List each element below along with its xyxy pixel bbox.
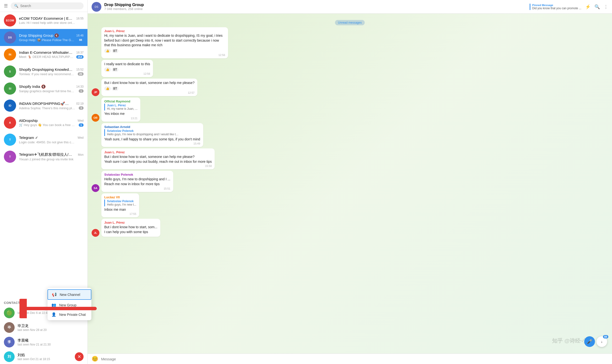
chat-time: 16:55 <box>76 17 83 20</box>
context-menu-label: New Channel <box>60 293 80 297</box>
contact-name: 毕卫龙 <box>17 324 83 328</box>
search-chat-icon[interactable]: 🔍 <box>595 4 600 10</box>
message-time: 13:21 <box>104 117 138 120</box>
chat-item-ecom[interactable]: ECOM eCOM TODAY Ecommerce | ENG C... 16:… <box>0 12 87 29</box>
message-sender: Juan L. Pérez <box>104 150 212 154</box>
more-options-icon[interactable]: ⋮ <box>604 4 608 10</box>
chat-item-indian[interactable]: IN Indian E-Commerce Wholsaler B2... 16:… <box>0 46 87 63</box>
reaction: BT <box>112 67 118 72</box>
chat-time: Mon <box>78 153 83 156</box>
scroll-down-icon: ↓ <box>601 340 603 344</box>
context-menu-item-new-private-chat[interactable]: 👤 New Private Chat <box>47 310 91 319</box>
chat-item-alidropship[interactable]: A AliDropship Wed 🛒 Hey guys 👋 You can b… <box>0 114 87 131</box>
message-sender: Sviatoslav Polenok <box>104 173 170 176</box>
context-menu-item-new-channel[interactable]: 📢 New Channel <box>47 289 91 300</box>
chat-name: AliDropship <box>19 118 38 123</box>
chat-preview: 🛒 Hey guys 👋 You can book a free m... <box>19 123 75 127</box>
message-wrapper: JL Juan L. Pérez But i dont know how to … <box>92 219 608 237</box>
message-input[interactable] <box>101 357 608 361</box>
chat-name: Telegram✈飞机群发/群组拉人/群... <box>19 152 73 157</box>
unread-badge: 26 <box>78 72 83 76</box>
message-wrapper: Juan L. Pérez Hi, my name is Juan, and i… <box>92 27 608 58</box>
contact-item[interactable]: 毕 毕卫龙 last seen Nov 28 at 20 <box>0 320 87 335</box>
message-sender: Juan L. Pérez <box>104 29 225 33</box>
reaction: BT <box>112 49 118 53</box>
chat-info: INDIAN DROPSHIPPING🚀💰 🔇 02:19 Adelina So… <box>19 102 83 110</box>
message-bubble: Juan L. Pérez Hi, my name is Juan, and i… <box>101 27 228 58</box>
pinned-message-box[interactable]: Pinned Message Did you know that you can… <box>530 4 581 10</box>
scroll-to-bottom-button[interactable]: 88 ↓ <box>597 336 607 347</box>
contact-item[interactable]: 李 李晨曦 last seen Nov 21 at 21:30 <box>0 335 87 349</box>
pinned-text: Did you know that you can promote ... <box>532 7 581 10</box>
message-reply: Juan L. Pérez Hi, my name is Juan, ... <box>104 104 138 110</box>
emoji-button[interactable]: 😊 <box>92 356 98 362</box>
hamburger-icon[interactable]: ☰ <box>4 3 8 9</box>
chat-preview: Group Help: 📦 Please Follow The Gro... <box>19 38 75 42</box>
message-text: Yeah sure, I will happy to share you som… <box>104 137 200 142</box>
search-box[interactable]: 🔍 <box>11 2 83 9</box>
avatar: SI <box>4 82 16 95</box>
message-row: OR Official Raymond Juan L. Pérez Hi, my… <box>92 98 140 122</box>
chat-name: Shopify India 🔇 <box>19 84 46 89</box>
message-row: Lucãaz VII Sviatoslav Polenok Hello guys… <box>92 194 139 218</box>
message-time: 15:51 <box>104 187 170 190</box>
chat-time: 16:46 <box>76 34 83 37</box>
message-time: 12:56 <box>104 53 225 56</box>
avatar: A <box>4 117 16 129</box>
close-button[interactable]: ✕ <box>75 352 83 361</box>
message-row: Sebastian Arnold Sviatoslav Polenok Hell… <box>92 123 203 147</box>
message-time: 17:55 <box>104 212 136 215</box>
chat-header-name: Drop Shipping Group <box>104 3 530 7</box>
message-row: JL Juan L. Pérez But i dont know how to … <box>92 219 160 237</box>
message-text: But i dont know how to start, som...I ca… <box>104 225 157 234</box>
message-sender: Sebastian Arnold <box>104 125 200 129</box>
message-avatar: JP <box>92 88 99 96</box>
message-bubble: Juan L. Pérez But i dont know how to sta… <box>101 219 160 237</box>
chat-time: 14:33 <box>76 85 83 88</box>
chat-info: AliDropship Wed 🛒 Hey guys 👋 You can boo… <box>19 118 83 127</box>
contact-status: last seen Nov 28 at 20 <box>17 328 83 332</box>
message-row: JP But i dont know how to start, someone… <box>92 78 197 96</box>
avatar: ECOM <box>4 14 16 26</box>
message-reply: Sviatoslav Polenok Hello guys, I'm new t… <box>104 129 200 136</box>
message-wrapper: Juan L. Pérez But i dont know how to sta… <box>92 148 608 169</box>
message-reactions: 👍BT <box>104 67 150 72</box>
chat-item-shopify_india[interactable]: SI Shopify India 🔇 14:33 Sanjay graphics… <box>0 80 87 97</box>
message-bubble: But i dont know how to start, someone ca… <box>101 78 197 96</box>
message-reactions: 👍BT <box>104 49 225 53</box>
unread-badge: 1 <box>79 89 83 93</box>
chat-name: Drop Shipping Group 🔇 <box>19 33 59 38</box>
chat-item-telegram_group[interactable]: T Telegram✈飞机群发/群组拉人/群... Mon Yixuan z j… <box>0 148 87 165</box>
chat-item-shopify_knowledge[interactable]: S Shopify Dropshipping Knowledge ... 🔇 1… <box>0 63 87 80</box>
chat-info: Indian E-Commerce Wholsaler B2... 16:37 … <box>19 50 83 59</box>
context-menu-item-new-group[interactable]: 👥 New Group <box>47 300 91 310</box>
mic-button[interactable]: 🎤 <box>584 336 595 347</box>
filter-icon[interactable]: ⚡ <box>585 4 591 10</box>
chat-item-indian_drop[interactable]: ID INDIAN DROPSHIPPING🚀💰 🔇 02:19 Adelina… <box>0 97 87 114</box>
messages-area: Unread messages Juan L. Pérez Hi, my nam… <box>88 14 612 353</box>
search-icon: 🔍 <box>14 4 18 8</box>
chat-item-dropshipping[interactable]: DS Drop Shipping Group 🔇 16:46 Group Hel… <box>0 29 87 46</box>
contact-item[interactable]: 刘 刘焰 last seen Oct 21 at 18:15 ✕ <box>0 349 87 364</box>
sidebar-header: ☰ 🔍 <box>0 0 87 12</box>
message-text: But i dont know how to start, someone ca… <box>104 155 212 164</box>
chat-time: 02:19 <box>76 102 83 105</box>
avatar: ID <box>4 100 16 112</box>
reaction: 👍 <box>104 49 111 53</box>
sidebar: ☰ 🔍 ECOM eCOM TODAY Ecommerce | ENG C...… <box>0 0 88 364</box>
chat-header: DS Drop Shipping Group 7 048 members, 25… <box>88 0 612 14</box>
message-bubble: Juan L. Pérez But i dont know how to sta… <box>101 148 215 169</box>
chat-info: Drop Shipping Group 🔇 16:46 Group Help: … <box>19 33 83 42</box>
chat-name: Telegram ✓ <box>19 136 38 140</box>
message-bubble: Official Raymond Juan L. Pérez Hi, my na… <box>101 98 140 122</box>
reply-sender: Juan L. Pérez <box>107 104 138 107</box>
chat-preview: Sanjay graphics designer full time freel… <box>19 89 75 93</box>
message-bubble: Sviatoslav Polenok Hello guys, I'm new t… <box>101 171 173 192</box>
chat-item-telegram[interactable]: T Telegram ✓ Wed Login code: 49450. Do n… <box>0 131 87 148</box>
unread-divider: Unread messages <box>92 20 608 24</box>
reaction: BT <box>112 86 118 91</box>
chat-header-info: Drop Shipping Group 7 048 members, 258 o… <box>104 3 530 11</box>
contact-name: 李晨曦 <box>17 338 83 343</box>
chat-input-area: 😊 <box>88 353 612 364</box>
search-input[interactable] <box>20 4 80 8</box>
